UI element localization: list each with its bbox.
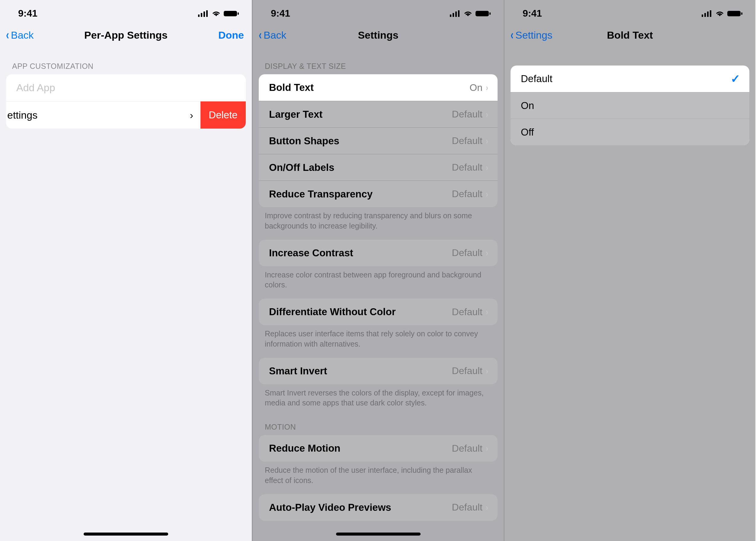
option-label: Default bbox=[521, 73, 552, 85]
screen-per-app-settings: 9:41 ‹ Back Per-App Settings Done APP CU… bbox=[0, 0, 252, 541]
svg-rect-10 bbox=[475, 11, 489, 16]
chevron-right-icon: › bbox=[486, 248, 488, 258]
svg-rect-16 bbox=[727, 11, 741, 16]
check-icon: ✓ bbox=[731, 72, 740, 85]
signal-icon bbox=[450, 10, 461, 17]
app-list-group: Add App ettings › Delete bbox=[6, 74, 246, 129]
svg-rect-15 bbox=[710, 10, 711, 17]
option-on[interactable]: On bbox=[510, 92, 749, 119]
status-time: 9:41 bbox=[271, 8, 290, 19]
row-value: Default bbox=[452, 443, 482, 454]
svg-rect-0 bbox=[198, 15, 200, 17]
row-label: Reduce Transparency bbox=[269, 189, 373, 200]
app-row-swiped[interactable]: ettings › Delete bbox=[6, 101, 246, 129]
option-default[interactable]: Default ✓ bbox=[510, 66, 749, 92]
nav-title: Per-App Settings bbox=[84, 29, 168, 41]
status-time: 9:41 bbox=[18, 8, 37, 19]
chevron-right-icon: › bbox=[486, 443, 488, 453]
svg-rect-14 bbox=[707, 11, 709, 17]
row-bold-text[interactable]: Bold Text On› bbox=[259, 74, 497, 101]
note-motion: Reduce the motion of the user interface,… bbox=[253, 462, 503, 494]
row-value: Default bbox=[452, 247, 482, 259]
home-indicator[interactable] bbox=[84, 533, 168, 536]
row-reduce-transparency[interactable]: Reduce Transparency Default› bbox=[259, 181, 497, 207]
battery-icon bbox=[475, 10, 491, 17]
row-increase-contrast[interactable]: Increase Contrast Default› bbox=[259, 240, 497, 266]
screen-app-settings: 9:41 ‹ Back Settings DISPLAY & TEXT SIZE… bbox=[252, 0, 503, 541]
row-smart-invert[interactable]: Smart Invert Default› bbox=[259, 358, 497, 384]
row-autoplay-video-previews[interactable]: Auto-Play Video Previews Default› bbox=[259, 494, 497, 521]
done-button[interactable]: Done bbox=[218, 29, 244, 41]
section-header-app-customization: APP CUSTOMIZATION bbox=[0, 49, 252, 74]
row-value: Default bbox=[452, 189, 482, 200]
status-bar: 9:41 bbox=[253, 0, 503, 21]
status-bar: 9:41 bbox=[504, 0, 755, 21]
chevron-right-icon: › bbox=[486, 136, 488, 146]
svg-rect-7 bbox=[452, 13, 454, 17]
svg-rect-9 bbox=[458, 10, 459, 17]
row-label: Increase Contrast bbox=[269, 247, 353, 259]
row-label: Differentiate Without Color bbox=[269, 306, 396, 317]
screen-bold-text-options: 9:41 ‹ Settings Bold Text Default ✓ On O… bbox=[503, 0, 755, 541]
status-bar: 9:41 bbox=[0, 0, 252, 21]
chevron-right-icon: › bbox=[486, 109, 488, 120]
note-differentiate: Replaces user interface items that rely … bbox=[253, 325, 503, 358]
row-label: Larger Text bbox=[269, 109, 323, 120]
back-label: Back bbox=[264, 29, 287, 41]
section-header-display: DISPLAY & TEXT SIZE bbox=[253, 49, 503, 74]
chevron-right-icon: › bbox=[486, 307, 488, 317]
group-bold-text-options: Default ✓ On Off bbox=[510, 66, 749, 145]
navbar: ‹ Settings Bold Text bbox=[504, 21, 755, 49]
svg-rect-12 bbox=[702, 15, 703, 17]
row-value: Default bbox=[452, 162, 482, 173]
row-onoff-labels[interactable]: On/Off Labels Default› bbox=[259, 154, 497, 181]
status-time: 9:41 bbox=[523, 8, 542, 19]
svg-rect-1 bbox=[201, 13, 202, 17]
chevron-left-icon: ‹ bbox=[259, 28, 262, 42]
app-row-label-area[interactable]: ettings › bbox=[6, 101, 201, 129]
chevron-right-icon: › bbox=[486, 502, 488, 513]
app-row-label: ettings bbox=[7, 109, 37, 121]
section-header-motion: MOTION bbox=[253, 417, 503, 435]
wifi-icon bbox=[463, 10, 473, 17]
nav-title: Settings bbox=[358, 29, 398, 41]
svg-rect-6 bbox=[450, 15, 451, 17]
row-button-shapes[interactable]: Button Shapes Default› bbox=[259, 127, 497, 154]
chevron-right-icon: › bbox=[486, 82, 488, 93]
group-reduce-motion: Reduce Motion Default› bbox=[259, 435, 497, 462]
navbar: ‹ Back Settings bbox=[253, 21, 503, 49]
battery-icon bbox=[727, 10, 743, 17]
svg-rect-11 bbox=[489, 12, 490, 15]
row-value: Default bbox=[452, 135, 482, 147]
add-app-row[interactable]: Add App bbox=[6, 74, 246, 101]
group-contrast: Increase Contrast Default› bbox=[259, 240, 497, 266]
row-differentiate-without-color[interactable]: Differentiate Without Color Default› bbox=[259, 298, 497, 325]
row-value: Default bbox=[452, 502, 482, 513]
back-button[interactable]: ‹ Back bbox=[5, 28, 34, 42]
row-value: On bbox=[469, 82, 482, 93]
row-label: Button Shapes bbox=[269, 135, 340, 147]
svg-rect-8 bbox=[455, 11, 457, 17]
status-icons bbox=[702, 10, 743, 17]
chevron-right-icon: › bbox=[190, 109, 193, 121]
row-value: Default bbox=[452, 306, 482, 317]
back-button[interactable]: ‹ Settings bbox=[510, 28, 552, 42]
group-autoplay: Auto-Play Video Previews Default› bbox=[259, 494, 497, 521]
note-display: Improve contrast by reducing transparenc… bbox=[253, 207, 503, 240]
nav-title: Bold Text bbox=[607, 29, 653, 41]
group-display: Bold Text On› Larger Text Default› Butto… bbox=[259, 74, 497, 207]
back-button[interactable]: ‹ Back bbox=[258, 28, 287, 42]
signal-icon bbox=[702, 10, 713, 17]
wifi-icon bbox=[715, 10, 725, 17]
row-label: On/Off Labels bbox=[269, 162, 334, 173]
option-label: On bbox=[521, 100, 534, 111]
chevron-right-icon: › bbox=[486, 163, 488, 173]
group-smart-invert: Smart Invert Default› bbox=[259, 358, 497, 384]
row-reduce-motion[interactable]: Reduce Motion Default› bbox=[259, 435, 497, 462]
option-off[interactable]: Off bbox=[510, 119, 749, 145]
delete-button[interactable]: Delete bbox=[201, 101, 246, 129]
row-larger-text[interactable]: Larger Text Default› bbox=[259, 101, 497, 127]
home-indicator[interactable] bbox=[336, 533, 420, 536]
row-label: Reduce Motion bbox=[269, 443, 341, 454]
battery-icon bbox=[224, 10, 239, 17]
